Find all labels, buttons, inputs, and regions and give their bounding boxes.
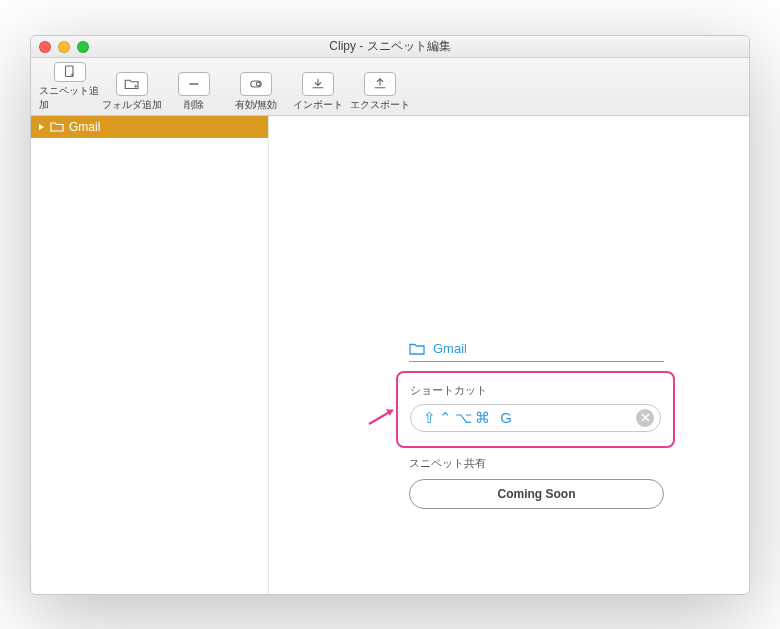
folder-name-text: Gmail bbox=[433, 341, 467, 356]
share-section: スニペット共有 Coming Soon bbox=[409, 456, 664, 509]
shortcut-value: ⇧⌃⌥⌘ G bbox=[423, 409, 636, 427]
close-button[interactable] bbox=[39, 41, 51, 53]
button-label: Coming Soon bbox=[498, 487, 576, 501]
toolbar-label: 有効/無効 bbox=[235, 98, 278, 112]
export-button[interactable]: エクスポート bbox=[349, 62, 411, 112]
folder-name-field[interactable]: Gmail bbox=[409, 341, 664, 362]
minus-icon bbox=[178, 72, 210, 96]
folder-icon bbox=[409, 342, 425, 355]
shortcut-field[interactable]: ⇧⌃⌥⌘ G bbox=[410, 404, 661, 432]
toolbar-label: 削除 bbox=[184, 98, 204, 112]
svg-point-2 bbox=[256, 82, 260, 86]
folder-plus-icon bbox=[116, 72, 148, 96]
file-plus-icon bbox=[54, 62, 86, 82]
toggle-enabled-button[interactable]: 有効/無効 bbox=[225, 62, 287, 112]
toolbar-label: スニペット追加 bbox=[39, 84, 101, 112]
sidebar-item-gmail[interactable]: Gmail bbox=[31, 116, 268, 138]
disclosure-triangle-icon[interactable] bbox=[37, 123, 45, 131]
toolbar-label: エクスポート bbox=[350, 98, 410, 112]
traffic-lights bbox=[39, 41, 89, 53]
add-snippet-button[interactable]: スニペット追加 bbox=[39, 62, 101, 112]
import-button[interactable]: インポート bbox=[287, 62, 349, 112]
folder-icon bbox=[50, 121, 64, 132]
toolbar-label: インポート bbox=[293, 98, 343, 112]
shortcut-section-highlight: ショートカット ⇧⌃⌥⌘ G bbox=[396, 371, 675, 448]
sidebar-item-label: Gmail bbox=[69, 120, 100, 134]
coming-soon-button[interactable]: Coming Soon bbox=[409, 479, 664, 509]
import-icon bbox=[302, 72, 334, 96]
zoom-button[interactable] bbox=[77, 41, 89, 53]
window-title: Clipy - スニペット編集 bbox=[329, 38, 450, 55]
shortcut-label: ショートカット bbox=[410, 383, 661, 398]
snippet-editor-window: Clipy - スニペット編集 スニペット追加 フォルダ追加 削除 有効/無効 … bbox=[30, 35, 750, 595]
sidebar: Gmail bbox=[31, 116, 269, 594]
body: Gmail Gmail ショートカット ⇧⌃⌥⌘ G スニペット共有 Comin… bbox=[31, 116, 749, 594]
clear-shortcut-button[interactable] bbox=[636, 409, 654, 427]
export-icon bbox=[364, 72, 396, 96]
share-label: スニペット共有 bbox=[409, 456, 664, 471]
add-folder-button[interactable]: フォルダ追加 bbox=[101, 62, 163, 112]
annotation-arrow-icon bbox=[367, 404, 399, 428]
toolbar-label: フォルダ追加 bbox=[102, 98, 162, 112]
detail-pane: Gmail ショートカット ⇧⌃⌥⌘ G スニペット共有 Coming Soon bbox=[269, 116, 749, 594]
delete-button[interactable]: 削除 bbox=[163, 62, 225, 112]
toolbar: スニペット追加 フォルダ追加 削除 有効/無効 インポート エクスポート bbox=[31, 58, 749, 116]
titlebar: Clipy - スニペット編集 bbox=[31, 36, 749, 58]
toggle-icon bbox=[240, 72, 272, 96]
minimize-button[interactable] bbox=[58, 41, 70, 53]
